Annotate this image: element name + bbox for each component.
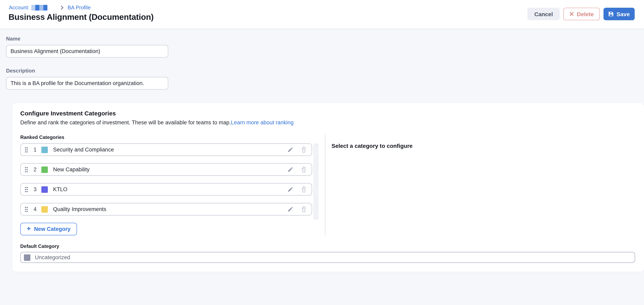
ranked-categories-list: 1 Security and Compliance xyxy=(20,143,319,216)
drag-handle-icon[interactable] xyxy=(25,206,28,212)
new-category-button-label: New Category xyxy=(34,226,70,232)
investment-categories-card: Configure Investment Categories Define a… xyxy=(12,103,644,272)
row-actions xyxy=(287,186,307,193)
category-config-panel: Select a category to configure xyxy=(326,134,636,235)
category-color-swatch xyxy=(41,186,48,193)
drag-handle-icon[interactable] xyxy=(25,167,28,172)
description-input[interactable] xyxy=(6,77,168,89)
row-actions xyxy=(287,206,307,213)
save-button-label: Save xyxy=(617,11,630,17)
plus-icon: + xyxy=(27,225,31,232)
edit-pencil-icon[interactable] xyxy=(287,186,294,192)
category-name: Quality Improvements xyxy=(53,206,106,212)
trash-icon[interactable] xyxy=(301,166,307,173)
trash-icon[interactable] xyxy=(301,206,307,213)
trash-icon[interactable] xyxy=(301,146,307,153)
page-header: Account: BA Profile Business Alignment (… xyxy=(0,0,644,29)
default-category-label: Default Category xyxy=(20,244,636,249)
trash-icon[interactable] xyxy=(301,186,307,193)
header-actions: Cancel Delete Save xyxy=(528,8,635,20)
edit-pencil-icon[interactable] xyxy=(287,166,294,173)
default-category-name: Uncategorized xyxy=(35,254,70,261)
delete-button[interactable]: Delete xyxy=(564,8,600,20)
ranked-categories-panel: Ranked Categories 1 Security and Complia… xyxy=(20,134,319,235)
learn-more-link[interactable]: Learn more about ranking xyxy=(231,119,294,126)
cancel-button[interactable]: Cancel xyxy=(528,8,560,20)
name-label: Name xyxy=(6,29,644,42)
default-category-swatch xyxy=(24,254,30,261)
categories-columns: Ranked Categories 1 Security and Complia… xyxy=(20,134,636,235)
redacted-account-name xyxy=(31,5,47,10)
row-actions xyxy=(287,166,307,173)
ba-profile-page: Account: BA Profile Business Alignment (… xyxy=(0,0,644,305)
category-rank: 2 xyxy=(32,166,38,173)
category-color-swatch xyxy=(41,166,48,173)
new-category-button[interactable]: + New Category xyxy=(20,223,77,235)
default-category-row[interactable]: Uncategorized xyxy=(20,252,635,263)
chevron-right-icon xyxy=(59,5,64,10)
main-content: Name Description Configure Investment Ca… xyxy=(0,29,644,272)
list-scrollbar[interactable] xyxy=(313,143,318,220)
page-title: Business Alignment (Documentation) xyxy=(8,12,154,22)
card-subtitle: Define and rank the categories of invest… xyxy=(20,119,636,126)
category-name: Security and Compliance xyxy=(53,147,114,153)
description-label: Description xyxy=(6,68,644,74)
category-rank: 3 xyxy=(32,186,38,192)
card-subtitle-text: Define and rank the categories of invest… xyxy=(20,119,231,126)
category-row-4[interactable]: 4 Quality Improvements xyxy=(20,203,312,216)
category-name: New Capability xyxy=(53,166,90,173)
save-button[interactable]: Save xyxy=(604,8,635,20)
name-input[interactable] xyxy=(6,45,168,57)
category-row-3[interactable]: 3 KTLO xyxy=(20,183,312,196)
category-name: KTLO xyxy=(53,186,68,192)
category-rank: 4 xyxy=(32,206,38,212)
card-title: Configure Investment Categories xyxy=(20,110,636,117)
category-color-swatch xyxy=(41,206,48,212)
edit-pencil-icon[interactable] xyxy=(287,206,294,212)
category-row-1[interactable]: 1 Security and Compliance xyxy=(20,143,312,156)
x-icon xyxy=(570,12,574,16)
edit-pencil-icon[interactable] xyxy=(287,147,294,153)
drag-handle-icon[interactable] xyxy=(25,187,28,192)
save-floppy-icon xyxy=(608,10,614,17)
category-row-2[interactable]: 2 New Capability xyxy=(20,163,312,176)
category-rank: 1 xyxy=(32,147,38,153)
breadcrumb-ba-profile-link[interactable]: BA Profile xyxy=(68,4,90,10)
breadcrumb: Account: BA Profile xyxy=(9,4,90,10)
delete-button-label: Delete xyxy=(577,11,594,17)
empty-state-text: Select a category to configure xyxy=(332,143,412,149)
drag-handle-icon[interactable] xyxy=(25,147,28,152)
breadcrumb-account-link[interactable]: Account: xyxy=(9,4,30,10)
category-color-swatch xyxy=(41,146,48,153)
row-actions xyxy=(287,146,307,153)
ranked-categories-label: Ranked Categories xyxy=(20,134,319,140)
